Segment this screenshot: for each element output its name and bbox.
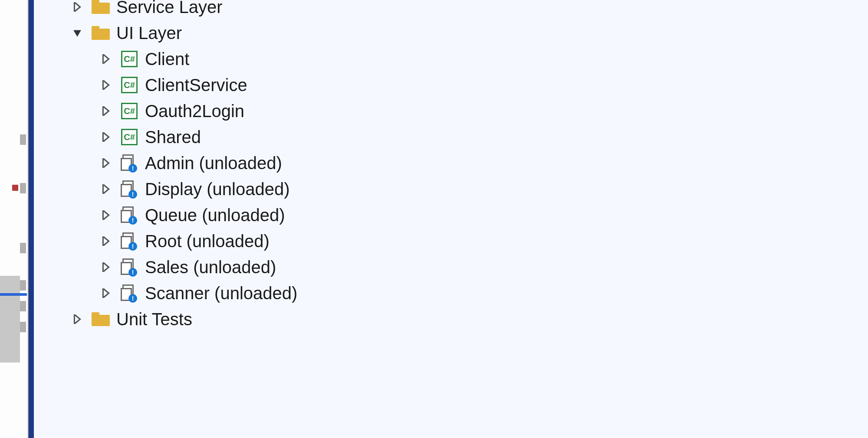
folder-icon [88,312,114,326]
tree-label: Client [142,49,189,69]
tree-label: Sales (unloaded) [142,258,276,277]
tree-label: UI Layer [114,23,182,43]
collapse-icon[interactable] [67,28,88,38]
csharp-project-icon: C# [116,51,142,67]
folder-icon [88,0,114,14]
gutter-marker [20,134,26,145]
csharp-project-icon: C# [116,129,142,145]
gutter-shade [0,276,20,363]
expand-icon[interactable] [95,236,116,246]
tree-row-unit-tests[interactable]: Unit Tests [38,306,819,332]
unloaded-project-icon: ! [116,180,142,198]
tree-row-shared[interactable]: C# Shared [38,124,819,150]
expand-icon[interactable] [95,132,116,142]
unloaded-project-icon: ! [116,232,142,250]
solution-explorer-tree: Service Layer UI Layer C# Client C# Clie… [38,0,819,332]
tree-label: ClientService [142,75,247,95]
gutter-marker [20,280,26,291]
unloaded-project-icon: ! [116,284,142,302]
tree-label: Admin (unloaded) [142,154,282,173]
tree-row-service-layer[interactable]: Service Layer [38,0,819,20]
tree-label: Scanner (unloaded) [142,284,297,303]
tree-label: Oauth2Login [142,101,244,121]
csharp-project-icon: C# [116,77,142,93]
expand-icon[interactable] [95,54,116,64]
expand-icon[interactable] [95,210,116,220]
unloaded-project-icon: ! [116,154,142,172]
csharp-project-icon: C# [116,103,142,119]
gutter-marker [20,322,26,332]
tree-label: Shared [142,127,201,147]
tree-row-queue[interactable]: ! Queue (unloaded) [38,202,819,228]
expand-icon[interactable] [95,262,116,272]
gutter-marker-red [12,185,18,191]
tree-row-admin[interactable]: ! Admin (unloaded) [38,150,819,176]
unloaded-project-icon: ! [116,258,142,276]
tree-label: Service Layer [114,0,223,17]
expand-icon[interactable] [95,106,116,116]
tree-row-sales[interactable]: ! Sales (unloaded) [38,254,819,280]
expand-icon[interactable] [95,184,116,194]
gutter-separator [0,293,27,296]
tree-label: Display (unloaded) [142,180,290,199]
unloaded-project-icon: ! [116,206,142,224]
tree-row-client[interactable]: C# Client [38,46,819,72]
expand-icon[interactable] [95,288,116,298]
tree-label: Queue (unloaded) [142,206,285,225]
tree-row-scanner[interactable]: ! Scanner (unloaded) [38,280,819,306]
gutter-marker [20,183,26,193]
tree-row-display[interactable]: ! Display (unloaded) [38,176,819,202]
tree-label: Root (unloaded) [142,232,270,251]
expand-icon[interactable] [95,80,116,90]
expand-icon[interactable] [95,158,116,168]
pane-accent [29,0,34,438]
tree-label: Unit Tests [114,310,192,329]
tree-row-oauth2login[interactable]: C# Oauth2Login [38,98,819,124]
editor-gutter [0,0,30,438]
gutter-marker [20,243,26,253]
expand-icon[interactable] [67,314,88,324]
expand-icon[interactable] [67,2,88,12]
gutter-marker [20,301,26,311]
folder-icon [88,26,114,40]
tree-row-ui-layer[interactable]: UI Layer [38,20,819,46]
tree-row-client-service[interactable]: C# ClientService [38,72,819,98]
tree-row-root[interactable]: ! Root (unloaded) [38,228,819,254]
